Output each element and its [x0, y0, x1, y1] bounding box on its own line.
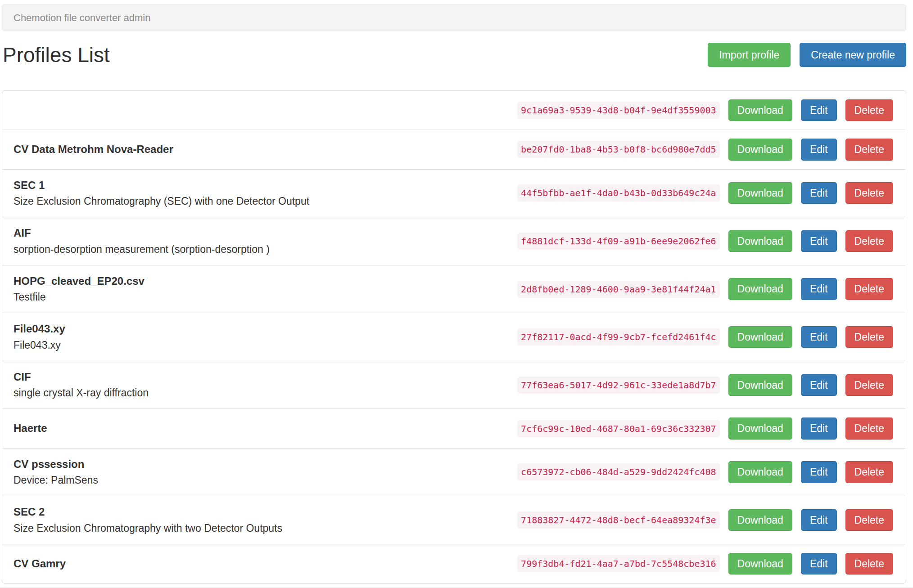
profile-name: File043.xy	[14, 322, 508, 336]
download-button[interactable]: Download	[728, 182, 792, 204]
profile-description: Size Exclusion Chromatography with two D…	[14, 521, 508, 535]
profile-uuid: 2d8fb0ed-1289-4600-9aa9-3e81f44f24a1	[517, 281, 719, 298]
download-button[interactable]: Download	[728, 461, 792, 483]
download-button[interactable]: Download	[728, 417, 792, 439]
profile-name: SEC 1	[14, 178, 508, 193]
profile-actions: 9c1a69a3-9539-43d8-b04f-9e4df3559003 Dow…	[517, 99, 893, 121]
download-button[interactable]: Download	[728, 326, 792, 348]
profile-description: single crystal X-ray diffraction	[14, 386, 508, 400]
download-button[interactable]: Download	[728, 230, 792, 252]
profile-row: HOPG_cleaved_EP20.csv Testfile 2d8fb0ed-…	[2, 265, 906, 313]
profile-row: CV pssession Device: PalmSens c6573972-c…	[2, 448, 906, 496]
profile-uuid: 71883827-4472-48d8-becf-64ea89324f3e	[517, 512, 719, 529]
delete-button[interactable]: Delete	[845, 509, 893, 531]
profile-description: Testfile	[14, 290, 508, 304]
profile-row: File043.xy File043.xy 27f82117-0acd-4f99…	[2, 313, 906, 361]
delete-button[interactable]: Delete	[845, 139, 893, 160]
download-button[interactable]: Download	[728, 374, 792, 396]
profile-uuid: c6573972-cb06-484d-a529-9dd2424fc408	[517, 463, 719, 480]
delete-button[interactable]: Delete	[845, 553, 893, 575]
profile-row: 9c1a69a3-9539-43d8-b04f-9e4df3559003 Dow…	[2, 91, 906, 130]
delete-button[interactable]: Delete	[845, 374, 893, 396]
profile-actions: 77f63ea6-5017-4d92-961c-33ede1a8d7b7 Dow…	[517, 374, 893, 396]
profile-actions: 799f3db4-fd21-4aa7-a7bd-7c5548cbe316 Dow…	[517, 553, 893, 575]
profile-uuid: 44f5bfbb-ae1f-4da0-b43b-0d33b649c24a	[517, 184, 719, 202]
profile-actions: f4881dcf-133d-4f09-a91b-6ee9e2062fe6 Dow…	[517, 230, 893, 252]
edit-button[interactable]: Edit	[801, 417, 837, 439]
profile-row: CIF single crystal X-ray diffraction 77f…	[2, 361, 906, 409]
profile-actions: be207fd0-1ba8-4b53-b0f8-bc6d980e7dd5 Dow…	[517, 139, 893, 160]
profile-uuid: be207fd0-1ba8-4b53-b0f8-bc6d980e7dd5	[517, 141, 719, 158]
edit-button[interactable]: Edit	[801, 230, 837, 252]
delete-button[interactable]: Delete	[845, 99, 893, 121]
delete-button[interactable]: Delete	[845, 417, 893, 439]
edit-button[interactable]: Edit	[801, 182, 837, 204]
profiles-list: 9c1a69a3-9539-43d8-b04f-9e4df3559003 Dow…	[2, 90, 906, 584]
profile-actions: 27f82117-0acd-4f99-9cb7-fcefd2461f4c Dow…	[517, 326, 893, 348]
profile-info: CIF single crystal X-ray diffraction	[14, 370, 517, 400]
profile-actions: 71883827-4472-48d8-becf-64ea89324f3e Dow…	[517, 509, 893, 531]
profile-name: SEC 2	[14, 505, 508, 519]
profile-description: sorption-desorption measurement (sorptio…	[14, 242, 508, 256]
delete-button[interactable]: Delete	[845, 230, 893, 252]
create-profile-button[interactable]: Create new profile	[800, 43, 906, 67]
profile-row: SEC 1 Size Exclusion Chromatography (SEC…	[2, 169, 906, 217]
download-button[interactable]: Download	[728, 553, 792, 575]
edit-button[interactable]: Edit	[801, 509, 837, 531]
profile-uuid: f4881dcf-133d-4f09-a91b-6ee9e2062fe6	[517, 233, 719, 250]
profile-info: AIF sorption-desorption measurement (sor…	[14, 226, 517, 256]
edit-button[interactable]: Edit	[801, 374, 837, 396]
download-button[interactable]: Download	[728, 99, 792, 121]
profile-description: Size Exclusion Chromatography (SEC) with…	[14, 194, 508, 208]
delete-button[interactable]: Delete	[845, 278, 893, 300]
profile-uuid: 799f3db4-fd21-4aa7-a7bd-7c5548cbe316	[517, 555, 719, 572]
delete-button[interactable]: Delete	[845, 461, 893, 483]
profile-name: CV Data Metrohm Nova-Reader	[14, 142, 508, 157]
profile-name: Haerte	[14, 421, 508, 435]
profile-info: File043.xy File043.xy	[14, 322, 517, 352]
profile-uuid: 9c1a69a3-9539-43d8-b04f-9e4df3559003	[517, 102, 719, 119]
profile-actions: 44f5bfbb-ae1f-4da0-b43b-0d33b649c24a Dow…	[517, 182, 893, 204]
profile-info: Haerte	[14, 421, 517, 435]
profile-description: Device: PalmSens	[14, 473, 508, 487]
profile-row: Haerte 7cf6c99c-10ed-4687-80a1-69c36c332…	[2, 408, 906, 448]
profile-actions: c6573972-cb06-484d-a529-9dd2424fc408 Dow…	[517, 461, 893, 483]
profile-name: CIF	[14, 370, 508, 384]
download-button[interactable]: Download	[728, 509, 792, 531]
profile-name: CV Gamry	[14, 557, 508, 571]
profile-name: HOPG_cleaved_EP20.csv	[14, 274, 508, 288]
profile-row: CV Gamry 799f3db4-fd21-4aa7-a7bd-7c5548c…	[2, 544, 906, 583]
profile-row: AIF sorption-desorption measurement (sor…	[2, 217, 906, 265]
edit-button[interactable]: Edit	[801, 278, 837, 300]
profile-info: SEC 2 Size Exclusion Chromatography with…	[14, 505, 517, 535]
edit-button[interactable]: Edit	[801, 99, 837, 121]
edit-button[interactable]: Edit	[801, 139, 837, 160]
page-title: Profiles List	[3, 44, 110, 67]
profile-row: SEC 2 Size Exclusion Chromatography with…	[2, 496, 906, 544]
profile-info: CV pssession Device: PalmSens	[14, 457, 517, 488]
profile-info: HOPG_cleaved_EP20.csv Testfile	[14, 274, 517, 305]
profile-name: CV pssession	[14, 457, 508, 471]
delete-button[interactable]: Delete	[845, 182, 893, 204]
profile-actions: 2d8fb0ed-1289-4600-9aa9-3e81f44f24a1 Dow…	[517, 278, 893, 300]
page: Chemotion file converter admin Profiles …	[2, 4, 906, 584]
profile-info: CV Data Metrohm Nova-Reader	[14, 142, 517, 157]
profile-uuid: 7cf6c99c-10ed-4687-80a1-69c36c332307	[517, 420, 719, 437]
import-profile-button[interactable]: Import profile	[708, 43, 791, 67]
delete-button[interactable]: Delete	[845, 326, 893, 348]
profile-uuid: 77f63ea6-5017-4d92-961c-33ede1a8d7b7	[517, 377, 719, 394]
navbar-brand: Chemotion file converter admin	[14, 12, 150, 24]
edit-button[interactable]: Edit	[801, 326, 837, 348]
edit-button[interactable]: Edit	[801, 461, 837, 483]
profile-info: CV Gamry	[14, 557, 517, 571]
profile-info: SEC 1 Size Exclusion Chromatography (SEC…	[14, 178, 517, 209]
edit-button[interactable]: Edit	[801, 553, 837, 575]
profile-row: CV Data Metrohm Nova-Reader be207fd0-1ba…	[2, 130, 906, 169]
profile-actions: 7cf6c99c-10ed-4687-80a1-69c36c332307 Dow…	[517, 417, 893, 439]
profile-description: File043.xy	[14, 338, 508, 352]
profile-uuid: 27f82117-0acd-4f99-9cb7-fcefd2461f4c	[517, 328, 719, 346]
page-header: Profiles List Import profile Create new …	[2, 43, 906, 67]
download-button[interactable]: Download	[728, 278, 792, 300]
profile-name: AIF	[14, 226, 508, 240]
download-button[interactable]: Download	[728, 139, 792, 160]
